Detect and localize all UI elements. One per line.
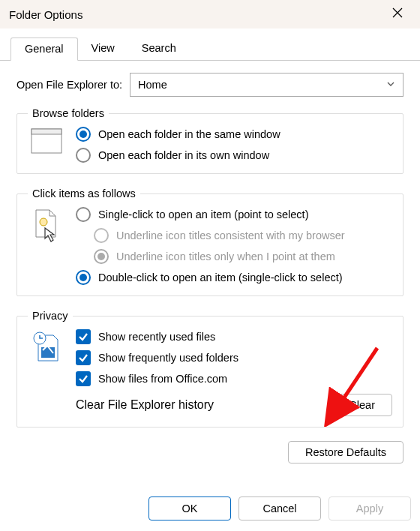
restore-defaults-button[interactable]: Restore Defaults [288, 441, 404, 464]
radio-icon [94, 249, 109, 264]
checkbox-frequent-folders[interactable]: Show frequently used folders [76, 350, 392, 365]
tab-search[interactable]: Search [128, 38, 190, 60]
svg-point-2 [40, 218, 47, 226]
open-explorer-row: Open File Explorer to: Home [16, 73, 404, 97]
title-bar: Folder Options [0, 0, 420, 28]
tab-general-label: General [25, 43, 64, 55]
tab-search-label: Search [142, 42, 176, 54]
radio-single-click-label: Single-click to open an item (point to s… [98, 208, 308, 220]
history-document-icon [28, 329, 65, 364]
radio-icon [94, 228, 109, 243]
window-icon [28, 127, 65, 154]
radio-same-window[interactable]: Open each folder in the same window [76, 127, 392, 142]
click-items-legend: Click items as follows [28, 188, 140, 200]
click-items-group: Click items as follows Single-click to o… [16, 188, 404, 296]
checkbox-recent-files[interactable]: Show recently used files [76, 329, 392, 344]
cursor-document-icon [28, 207, 65, 243]
radio-icon [76, 127, 91, 142]
radio-icon [76, 270, 91, 285]
privacy-legend: Privacy [28, 310, 73, 322]
clear-button[interactable]: Clear [332, 394, 392, 416]
clear-history-label: Clear File Explorer history [76, 398, 214, 412]
svg-rect-1 [32, 129, 62, 134]
checkbox-icon [76, 371, 91, 386]
cancel-button[interactable]: Cancel [238, 496, 321, 520]
radio-double-click[interactable]: Double-click to open an item (single-cli… [76, 270, 392, 285]
checkbox-recent-files-label: Show recently used files [98, 331, 215, 343]
privacy-group: Privacy Show recently used files [16, 310, 404, 428]
radio-single-click[interactable]: Single-click to open an item (point to s… [76, 207, 392, 222]
tab-view[interactable]: View [78, 38, 128, 60]
checkbox-frequent-folders-label: Show frequently used folders [98, 352, 238, 364]
radio-own-window[interactable]: Open each folder in its own window [76, 148, 392, 163]
folder-options-dialog: Folder Options General View Search Open … [0, 0, 420, 531]
radio-underline-browser: Underline icon titles consistent with my… [94, 228, 392, 243]
radio-same-window-label: Open each folder in the same window [98, 128, 280, 140]
open-explorer-label: Open File Explorer to: [16, 79, 122, 91]
checkbox-office-files[interactable]: Show files from Office.com [76, 371, 392, 386]
radio-underline-point-label: Underline icon titles only when I point … [116, 250, 335, 262]
browse-folders-legend: Browse folders [28, 107, 109, 119]
browse-folders-group: Browse folders Open each folder in the s… [16, 107, 404, 174]
tab-content: Open File Explorer to: Home Browse folde… [0, 61, 420, 486]
chevron-down-icon [386, 80, 395, 91]
radio-underline-browser-label: Underline icon titles consistent with my… [116, 230, 345, 242]
radio-icon [76, 148, 91, 163]
window-title: Folder Options [9, 8, 82, 21]
ok-button[interactable]: OK [148, 496, 231, 520]
radio-underline-point: Underline icon titles only when I point … [94, 249, 392, 264]
apply-button: Apply [328, 496, 411, 520]
checkbox-icon [76, 329, 91, 344]
radio-double-click-label: Double-click to open an item (single-cli… [98, 272, 343, 284]
tab-view-label: View [92, 42, 115, 54]
tab-general[interactable]: General [10, 38, 78, 61]
checkbox-icon [76, 350, 91, 365]
checkbox-office-files-label: Show files from Office.com [98, 373, 227, 385]
open-explorer-value: Home [138, 79, 167, 91]
close-button[interactable] [381, 3, 414, 26]
tab-strip: General View Search [0, 28, 420, 61]
dialog-buttons: OK Cancel Apply [0, 486, 420, 531]
radio-own-window-label: Open each folder in its own window [98, 149, 269, 161]
radio-icon [76, 207, 91, 222]
open-explorer-select[interactable]: Home [130, 73, 404, 97]
close-icon [392, 8, 403, 21]
